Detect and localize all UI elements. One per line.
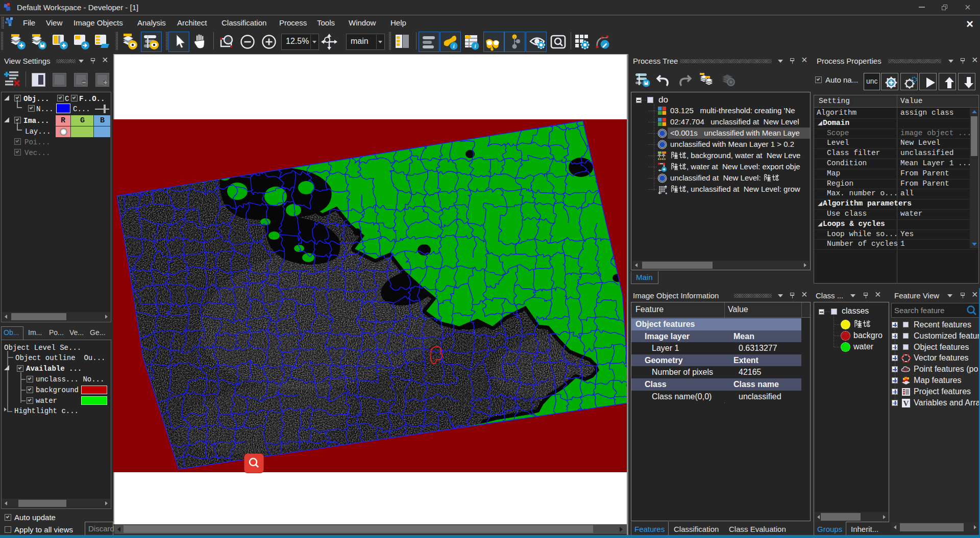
- svg-text:V: V: [903, 399, 909, 407]
